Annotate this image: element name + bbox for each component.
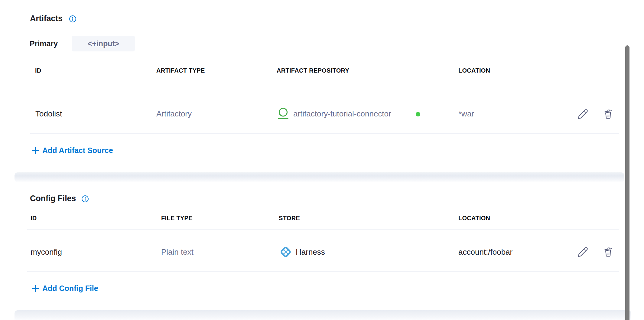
config-store-cell: Harness [296, 247, 325, 257]
artifact-type-cell: Artifactory [156, 109, 192, 119]
delete-config-file-button[interactable] [602, 247, 614, 258]
artifacts-col-id: ID [35, 67, 41, 74]
config-col-location: LOCATION [458, 215, 490, 222]
config-files-section: Config Files ID FILE TYPE STORE LOCATION… [15, 182, 624, 310]
artifacts-header-divider [30, 85, 619, 85]
pencil-icon [577, 246, 588, 258]
artifacts-row-divider [30, 133, 619, 134]
artifact-id-cell: Todolist [35, 109, 62, 119]
config-col-id: ID [31, 215, 37, 222]
artifacts-col-location: LOCATION [458, 67, 490, 74]
pencil-icon [577, 108, 588, 120]
artifact-repository-cell: artifactory-tutorial-connector [293, 109, 391, 119]
config-col-store: STORE [279, 215, 300, 222]
config-row-divider [27, 271, 619, 272]
service-config-panel: Artifacts Primary <+input> ID ARTIFACT T… [0, 0, 644, 320]
add-artifact-source-label: Add Artifact Source [42, 146, 113, 155]
section-gap [15, 172, 624, 182]
config-header-divider [27, 229, 619, 230]
artifact-location-cell: *war [458, 109, 474, 119]
config-location-cell: account:/foobar [458, 247, 512, 257]
artifacts-col-repository: ARTIFACT REPOSITORY [277, 67, 349, 74]
edit-artifact-button[interactable] [577, 108, 588, 120]
trash-icon [603, 247, 613, 257]
plus-icon [31, 285, 39, 292]
trash-icon [603, 109, 613, 119]
artifacts-section-title: Artifacts [30, 14, 63, 23]
config-files-section-title: Config Files [30, 194, 76, 203]
add-config-file-label: Add Config File [42, 284, 98, 293]
artifacts-info-icon[interactable] [69, 15, 76, 23]
config-id-cell: myconfig [31, 247, 62, 257]
artifactory-connector-icon [278, 107, 289, 120]
connector-status-dot [416, 112, 420, 116]
plus-icon [31, 147, 39, 155]
config-filetype-cell: Plain text [161, 247, 194, 257]
edit-config-file-button[interactable] [577, 246, 588, 258]
artifacts-col-type: ARTIFACT TYPE [156, 67, 205, 74]
config-files-info-icon[interactable] [81, 195, 89, 203]
add-artifact-source-button[interactable]: Add Artifact Source [31, 146, 113, 155]
primary-artifact-runtime-input[interactable]: <+input> [72, 36, 135, 51]
config-col-filetype: FILE TYPE [161, 215, 193, 222]
primary-artifact-label: Primary [30, 39, 58, 48]
artifacts-section: Artifacts Primary <+input> ID ARTIFACT T… [15, 0, 624, 173]
delete-artifact-button[interactable] [602, 109, 614, 120]
vertical-scrollbar[interactable] [625, 45, 629, 320]
card-bottom-shadow [15, 310, 631, 320]
harness-store-icon [279, 245, 293, 259]
add-config-file-button[interactable]: Add Config File [31, 284, 98, 293]
